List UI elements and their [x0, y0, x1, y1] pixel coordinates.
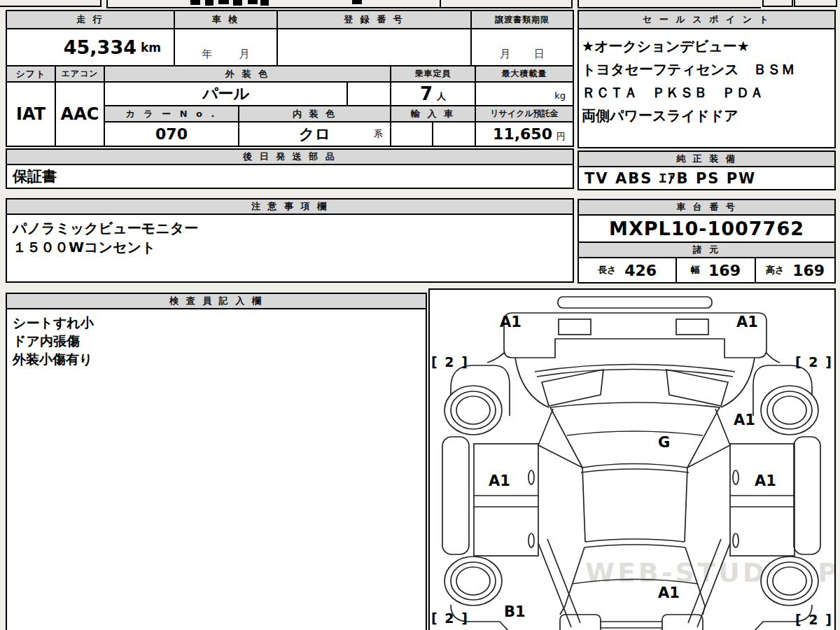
recycle-deposit-header: リサイクル預託金	[475, 105, 574, 122]
shift-value: IAT	[6, 81, 56, 147]
cutoff-border	[836, 0, 837, 7]
cutoff-text-fragment	[352, 0, 362, 4]
cutoff-border	[571, 0, 573, 8]
spec-height-label: 高さ	[766, 264, 784, 276]
transfer-deadline-value-cell: 月 日	[470, 28, 574, 66]
damage-diagram-panel: WEB-STUDIO.PRO	[428, 288, 836, 630]
recycle-deposit-value: 11,650	[493, 125, 552, 143]
inspector-notes-header: 検 査 員 記 入 欄	[6, 293, 427, 309]
cutoff-border	[794, 0, 795, 7]
cutoff-text-fragment	[190, 0, 200, 5]
import-car-cell-right	[432, 121, 476, 147]
exterior-color-value: パール	[104, 81, 348, 106]
mileage-value: 45,334	[64, 36, 136, 58]
cutoff-border	[795, 6, 837, 7]
registration-header: 登 録 番 号	[276, 10, 472, 29]
registration-value-cell	[276, 28, 472, 66]
notes-content: パノラミックビューモニター １５００Wコンセント	[6, 214, 574, 283]
sales-point-header: セ ー ル ス ポ イ ン ト	[578, 10, 836, 29]
inspection-year-placeholder: 年	[202, 48, 213, 61]
cutoff-text-fragment	[233, 0, 242, 6]
notes-header: 注 意 事 項 欄	[6, 198, 574, 215]
cutoff-border	[578, 0, 579, 8]
genuine-equipment-header: 純 正 装 備	[578, 150, 836, 167]
later-parts-header: 後 日 発 送 部 品	[6, 148, 574, 165]
corner-mark-front-right: [ 2 ]	[795, 354, 833, 370]
cutoff-text-fragment	[248, 0, 258, 4]
interior-color-value-cell: クロ 系	[238, 121, 391, 147]
defect-label-door-left: A1	[489, 472, 510, 489]
car-outline-drawing	[430, 290, 834, 630]
exterior-color-sub-cell	[346, 81, 391, 106]
inspection-value-cell: 年 月	[174, 28, 278, 66]
defect-label-front-left: A1	[500, 314, 522, 330]
interior-color-suffix: 系	[374, 127, 383, 140]
sales-point-line: トヨタセーフティセンス ＢＳＭ	[582, 58, 795, 81]
specs-header: 諸 元	[578, 241, 836, 258]
cutoff-border	[578, 7, 761, 8]
sales-point-line: ★オークションデビュー★	[582, 35, 750, 58]
spec-width-label: 幅	[691, 264, 700, 276]
aircon-header: エアコン	[55, 65, 105, 83]
defect-label-fender-right: A1	[734, 412, 755, 428]
spec-width-value: 169	[708, 262, 741, 279]
import-car-header: 輸 入 車	[390, 105, 476, 122]
sales-point-line: 両側パワースライドドア	[582, 104, 738, 127]
sales-point-line: ＲＣＴＡ ＰＫＳＢ ＰＤＡ	[582, 81, 764, 104]
sales-point-content: ★オークションデビュー★ トヨタセーフティセンス ＢＳＭ ＲＣＴＡ ＰＫＳＢ Ｐ…	[578, 28, 836, 148]
cutoff-border	[762, 0, 764, 7]
inspector-note-line: シートすれ小	[13, 314, 94, 332]
cutoff-border	[100, 0, 102, 7]
defect-label-rear-center: A1	[658, 584, 680, 601]
mileage-value-cell: 45,334 km	[6, 28, 175, 66]
interior-color-value: クロ	[299, 124, 330, 145]
recycle-deposit-unit: 円	[556, 130, 566, 143]
capacity-unit: 人	[437, 90, 446, 103]
cutoff-text-fragment	[260, 0, 269, 6]
cutoff-text-fragment	[205, 0, 214, 6]
inspection-header: 車 検	[174, 10, 278, 29]
mileage-unit: km	[141, 41, 161, 55]
genuine-equipment-value: TV ABS ｴｱB PS PW	[578, 166, 836, 190]
capacity-header: 乗車定員	[390, 65, 476, 83]
aircon-value: AAC	[55, 81, 105, 147]
defect-label-door-right: A1	[755, 472, 776, 489]
max-load-value-cell: kg	[475, 81, 574, 106]
chassis-no-header: 車 台 番 号	[578, 199, 836, 216]
cutoff-text-fragment	[218, 0, 229, 4]
spec-height-cell: 高さ 169	[755, 257, 836, 284]
corner-mark-rear-right: [ 2 ]	[795, 612, 833, 627]
inspector-notes-content: シートすれ小 ドア内張傷 外装小傷有り	[6, 308, 427, 630]
auction-sheet: 走 行 車 検 登 録 番 号 譲渡書類期限 45,334 km 年 月 月 日…	[0, 0, 840, 630]
cutoff-border	[792, 0, 793, 7]
max-load-unit: kg	[554, 90, 566, 101]
inspection-month-placeholder: 月	[239, 48, 250, 61]
spec-width-cell: 幅 169	[676, 257, 756, 284]
defect-label-front-right: A1	[736, 314, 758, 330]
chassis-no-value: MXPL10-1007762	[578, 214, 836, 243]
note-line: １５００Wコンセント	[13, 238, 155, 257]
later-parts-value: 保証書	[6, 164, 574, 189]
max-load-header: 最大積載量	[475, 65, 574, 83]
recycle-deposit-value-cell: 11,650 円	[475, 121, 574, 147]
transfer-month-placeholder: 月	[500, 48, 510, 61]
cutoff-border	[106, 7, 573, 8]
color-no-header: カ ラ ー N o .	[104, 105, 239, 122]
corner-mark-front-left: [ 2 ]	[431, 354, 469, 370]
cutoff-border	[0, 6, 100, 7]
defect-label-glass: G	[658, 434, 670, 451]
defect-label-rear-left: B1	[504, 603, 526, 620]
cutoff-border	[106, 0, 108, 8]
cutoff-border	[764, 6, 792, 7]
color-no-value: 070	[104, 121, 239, 147]
import-car-cell-left	[390, 121, 433, 147]
transfer-deadline-header: 譲渡書類期限	[470, 10, 574, 29]
corner-mark-rear-left: [ 2 ]	[431, 610, 469, 626]
interior-color-header: 内 装 色	[238, 105, 391, 122]
spec-length-label: 長さ	[598, 264, 616, 276]
note-line: パノラミックビューモニター	[13, 219, 198, 238]
capacity-value-cell: 7 人	[390, 81, 476, 106]
cutoff-border	[440, 0, 441, 8]
spec-length-value: 426	[624, 262, 657, 279]
mileage-header: 走 行	[6, 10, 175, 29]
